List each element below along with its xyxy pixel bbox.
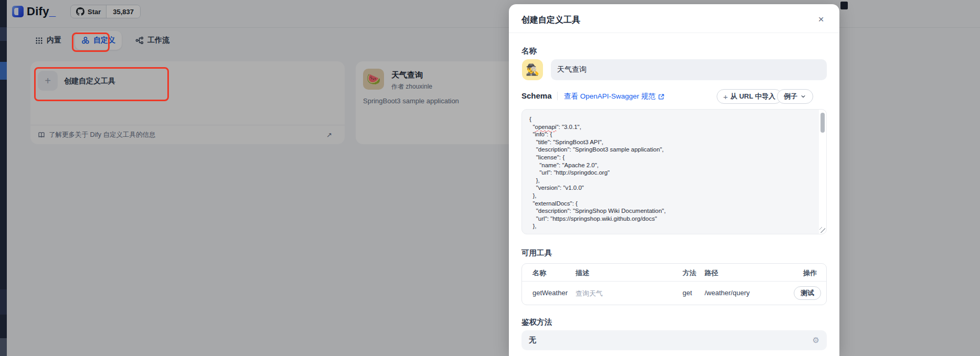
create-custom-tool-drawer: 创建自定义工具 × 名称 🕵️‍♂️ Schema 查看 OpenAPI-Swa… xyxy=(509,4,839,356)
schema-code-line: "title": "SpringBoot3 API", xyxy=(529,138,819,146)
auth-method-label: 鉴权方法 xyxy=(521,317,552,327)
table-row: getWeather 查询天气 get /weather/query 测试 xyxy=(522,282,826,305)
schema-code-line: "url": "https://springshop.wiki.github.o… xyxy=(529,215,819,223)
schema-code-line: }, xyxy=(529,177,819,185)
tool-name-input[interactable] xyxy=(551,59,827,80)
close-icon: × xyxy=(818,14,824,25)
import-from-url-label: 从 URL 中导入 xyxy=(730,92,775,101)
tool-name-cell: getWeather xyxy=(532,289,568,297)
close-button[interactable]: × xyxy=(813,12,829,27)
column-header-name: 名称 xyxy=(532,268,546,278)
chevron-down-icon xyxy=(800,93,806,100)
resize-handle[interactable] xyxy=(819,227,825,233)
schema-code-line-openapi: "openapi": "3.0.1", xyxy=(529,123,819,131)
schema-code-line: }, xyxy=(529,222,819,230)
scrollbar-thumb[interactable] xyxy=(821,113,825,133)
tool-path-cell: /weather/query xyxy=(705,289,750,297)
tool-emoji-picker-button[interactable]: 🕵️‍♂️ xyxy=(522,59,543,80)
schema-code-line: "description": "SpringBoot3 sample appli… xyxy=(529,146,819,154)
schema-code-line: }, xyxy=(529,192,819,200)
schema-code-line: "name": "Apache 2.0", xyxy=(529,161,819,169)
schema-divider xyxy=(557,92,558,100)
column-header-path: 路径 xyxy=(705,268,718,278)
auth-method-field[interactable]: 无 ⚙ xyxy=(521,330,827,350)
schema-label: Schema xyxy=(521,91,552,100)
auth-method-value: 无 xyxy=(529,336,536,345)
available-tools-label: 可用工具 xyxy=(521,248,552,258)
column-header-action: 操作 xyxy=(803,268,817,278)
background-window-fragment xyxy=(0,27,7,41)
examples-dropdown-button[interactable]: 例子 xyxy=(777,89,813,104)
schema-code-content: { "openapi": "3.0.1", "info": { "title":… xyxy=(522,110,819,234)
available-tools-table: 名称 描述 方法 路径 操作 getWeather 查询天气 get /weat… xyxy=(521,263,827,305)
background-window-strip xyxy=(0,0,7,356)
column-header-method: 方法 xyxy=(683,268,696,278)
detective-emoji-icon: 🕵️‍♂️ xyxy=(526,63,539,76)
screen: Dify_ Star 35,837 内置 自定义 工作流 xyxy=(0,0,980,356)
schema-header-row: Schema 查看 OpenAPI-Swagger 规范 + 从 URL 中导入… xyxy=(521,89,827,104)
schema-code-line: "url": "http://springdoc.org" xyxy=(529,169,819,177)
examples-label: 例子 xyxy=(784,92,797,101)
import-from-url-button[interactable]: + 从 URL 中导入 xyxy=(717,89,782,104)
schema-code-line: "externalDocs": { xyxy=(529,200,819,208)
openapi-spec-link[interactable]: 查看 OpenAPI-Swagger 规范 xyxy=(564,92,665,101)
drawer-header-divider xyxy=(509,33,839,33)
background-window-fragment xyxy=(0,338,7,356)
schema-code-line: "version": "v1.0.0" xyxy=(529,184,819,192)
schema-code-editor[interactable]: { "openapi": "3.0.1", "info": { "title":… xyxy=(521,109,827,234)
test-tool-button[interactable]: 测试 xyxy=(794,286,821,300)
schema-code-line: "license": { xyxy=(529,154,819,161)
schema-code-line: "info": { xyxy=(529,131,819,138)
openapi-spec-link-label: 查看 OpenAPI-Swagger 规范 xyxy=(564,92,655,101)
table-header-row: 名称 描述 方法 路径 操作 xyxy=(522,264,826,282)
tool-method-cell: get xyxy=(683,289,692,297)
tool-description-cell: 查询天气 xyxy=(576,289,603,298)
name-label: 名称 xyxy=(521,46,537,56)
schema-code-line: "description": "SpringShop Wiki Document… xyxy=(529,207,819,215)
background-window-fragment xyxy=(0,289,7,315)
schema-code-line: { xyxy=(529,115,819,123)
plus-icon: + xyxy=(723,92,728,101)
background-window-fragment xyxy=(0,62,7,80)
drawer-title: 创建自定义工具 xyxy=(521,15,580,26)
gear-icon[interactable]: ⚙ xyxy=(813,336,819,345)
column-header-description: 描述 xyxy=(576,268,589,278)
external-link-icon xyxy=(658,93,665,100)
